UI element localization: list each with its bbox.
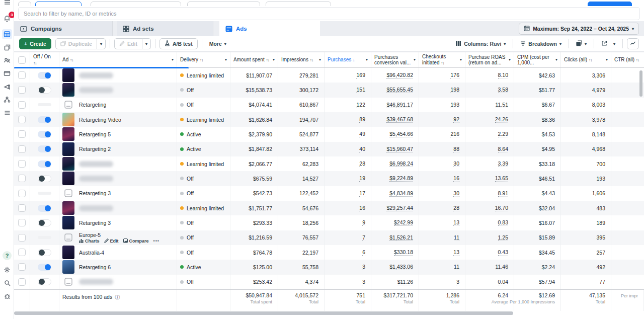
export-button[interactable]: [598, 38, 610, 49]
table-row[interactable]: Learning limited $2,066.77 62,283 28 $6,…: [14, 156, 644, 171]
cell-checkouts[interactable]: 11: [419, 260, 465, 274]
cell-checkouts[interactable]: 92: [419, 112, 465, 127]
cell-purchases[interactable]: 9: [325, 215, 371, 230]
ad-toggle[interactable]: [38, 192, 51, 195]
row-checkbox[interactable]: [18, 86, 26, 94]
tab-campaigns[interactable]: Campaigns: [14, 21, 113, 36]
ads-notifications-icon[interactable]: 3: [2, 14, 12, 24]
ad-cell[interactable]: Australia-4: [59, 245, 177, 260]
cell-conversion-value[interactable]: $242.99: [371, 215, 419, 230]
redacted-ad-name[interactable]: [79, 279, 113, 285]
cell-roas[interactable]: 16.70: [465, 201, 514, 215]
cell-checkouts[interactable]: 28: [419, 201, 465, 215]
cell-roas[interactable]: 0.04: [465, 275, 514, 289]
cell-purchases[interactable]: 3: [325, 260, 371, 274]
select-all-checkbox[interactable]: [18, 56, 26, 64]
ad-toggle[interactable]: [38, 219, 51, 226]
ad-name[interactable]: Retargeting: [79, 102, 106, 108]
all-tools-icon[interactable]: [2, 108, 12, 118]
cell-roas[interactable]: 8.91: [465, 186, 514, 201]
cell-checkouts[interactable]: 88: [419, 142, 465, 156]
cell-checkouts[interactable]: 216: [419, 127, 465, 141]
ad-cell[interactable]: [59, 83, 177, 97]
ad-toggle[interactable]: [38, 72, 51, 79]
cell-roas[interactable]: 11.51: [465, 98, 514, 112]
redacted-ad-name[interactable]: [79, 87, 113, 93]
col-purchases-conversion-value[interactable]: Purchases conversion val... ▾: [371, 52, 419, 67]
create-button[interactable]: + Create: [19, 38, 51, 49]
tab-ad-sets[interactable]: Ad sets: [117, 21, 213, 36]
ad-name[interactable]: Retargeting 6: [79, 264, 111, 270]
cell-checkouts[interactable]: 11: [419, 230, 465, 245]
row-checkbox[interactable]: [18, 175, 26, 182]
cell-conversion-value[interactable]: $9,224.89: [371, 171, 419, 186]
ad-cell[interactable]: Retargeting 5: [59, 127, 177, 141]
edit-menu-button[interactable]: ▾: [142, 38, 151, 49]
cell-roas[interactable]: 0.83: [465, 215, 514, 230]
vertical-scrollbar[interactable]: [639, 70, 642, 97]
business-settings-icon[interactable]: [2, 95, 12, 105]
billing-icon[interactable]: [2, 68, 12, 78]
cell-roas[interactable]: 3.58: [465, 83, 514, 97]
row-checkbox[interactable]: [18, 160, 26, 168]
cell-conversion-value[interactable]: $11.26: [371, 275, 419, 289]
cutoff-primary-button[interactable]: [588, 2, 632, 6]
cell-conversion-value[interactable]: $39,467.68: [371, 112, 419, 127]
table-row[interactable]: Learning limited $11,907.07 279,281 169 …: [14, 68, 644, 83]
cell-roas[interactable]: 13.65: [465, 171, 514, 186]
cell-purchases[interactable]: 89: [325, 112, 371, 127]
ad-toggle[interactable]: [38, 103, 51, 106]
edit-action[interactable]: Edit: [104, 238, 119, 244]
cell-roas[interactable]: 8.10: [465, 68, 514, 83]
table-row[interactable]: Off $253.42 4,374 3 $11.26 3 0.04 $57.94…: [14, 275, 644, 289]
ad-cell[interactable]: Europe-5 ChartsEditCompare•••: [59, 230, 177, 245]
cell-conversion-value[interactable]: $46,891.17: [371, 98, 419, 112]
cell-purchases[interactable]: 28: [325, 156, 371, 171]
table-row[interactable]: Off $675.59 14,527 19 $9,224.89 16 13.65…: [14, 171, 644, 186]
reports-button[interactable]: ▾: [573, 38, 590, 49]
cell-purchases[interactable]: 40: [325, 142, 371, 156]
col-off-on[interactable]: Off / On↑↓: [30, 52, 59, 67]
cutoff-control[interactable]: [91, 2, 181, 6]
cell-conversion-value[interactable]: $330.18: [371, 245, 419, 260]
cell-purchases[interactable]: 6: [325, 245, 371, 260]
col-ad[interactable]: Ad ↑↓ ▾: [59, 52, 177, 67]
cutoff-control[interactable]: [18, 2, 31, 6]
ad-cell[interactable]: [59, 156, 177, 171]
col-ctr-all[interactable]: CTR (all) ↑↓: [611, 52, 644, 67]
duplicate-menu-button[interactable]: ▾: [97, 38, 106, 49]
cell-purchases[interactable]: 16: [325, 201, 371, 215]
ad-name[interactable]: Retargeting 3: [79, 190, 111, 196]
ad-name[interactable]: Retargeting 5: [79, 131, 111, 137]
table-row[interactable]: Australia-4 Off $764.78 22,197 6 $330.18…: [14, 245, 644, 260]
ad-cell[interactable]: Retargeting Video: [59, 112, 177, 127]
ads-manager-icon[interactable]: [2, 29, 12, 39]
ad-toggle[interactable]: [38, 249, 51, 256]
cell-checkouts[interactable]: 30: [419, 156, 465, 171]
cell-conversion-value[interactable]: $5,454.66: [371, 127, 419, 141]
ad-cell[interactable]: [59, 68, 177, 83]
cell-roas[interactable]: 1.25: [465, 230, 514, 245]
cell-purchases[interactable]: 17: [325, 186, 371, 201]
cell-purchases[interactable]: 169: [325, 68, 371, 83]
cell-checkouts[interactable]: 13: [419, 215, 465, 230]
cell-roas[interactable]: 24.26: [465, 112, 514, 127]
ad-cell[interactable]: Retargeting 3: [59, 186, 177, 201]
cell-checkouts[interactable]: 16: [419, 171, 465, 186]
cell-purchases[interactable]: 7: [325, 230, 371, 245]
duplicate-button[interactable]: Duplicate: [55, 38, 97, 49]
row-checkbox[interactable]: [18, 71, 26, 79]
ads-reporting-icon[interactable]: [2, 82, 12, 92]
ad-cell[interactable]: [59, 171, 177, 186]
ad-cell[interactable]: Retargeting 2: [59, 142, 177, 156]
row-checkbox[interactable]: [18, 190, 26, 197]
cell-purchases[interactable]: 3: [325, 275, 371, 289]
ad-toggle[interactable]: [38, 131, 51, 138]
ad-toggle[interactable]: [38, 116, 51, 123]
cell-checkouts[interactable]: 30: [419, 186, 465, 201]
ab-test-button[interactable]: A/B test: [159, 38, 198, 49]
ad-toggle[interactable]: [38, 161, 51, 168]
audiences-icon[interactable]: [2, 55, 12, 65]
row-checkbox[interactable]: [18, 204, 26, 212]
charts-panel-button[interactable]: [627, 38, 639, 49]
